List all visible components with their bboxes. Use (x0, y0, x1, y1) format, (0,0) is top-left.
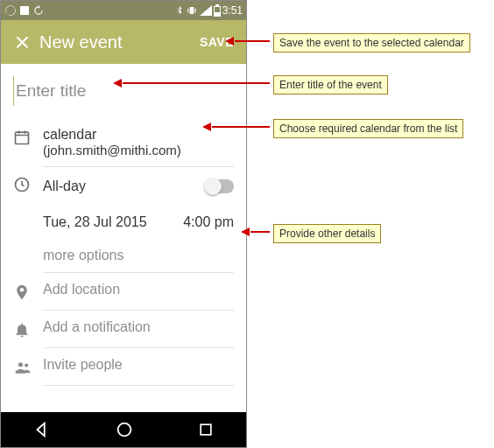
svg-rect-2 (189, 7, 194, 14)
page-title: New event (34, 32, 200, 52)
bell-icon (13, 319, 43, 339)
allday-label: All-day (43, 178, 206, 194)
calendar-account: (john.smith@mithi.com) (43, 143, 234, 158)
allday-toggle[interactable] (206, 179, 234, 193)
calendar-label: calendar (john.smith@mithi.com) (43, 127, 234, 158)
svg-rect-6 (215, 4, 219, 6)
svg-rect-3 (187, 9, 188, 13)
nav-home-button[interactable] (115, 420, 134, 439)
content-area: calendar (john.smith@mithi.com) All-day … (1, 64, 246, 412)
svg-point-10 (18, 362, 23, 367)
more-options[interactable]: more options (1, 239, 246, 272)
annotation-save: Save the event to the selected calendar (273, 33, 470, 52)
invite-row[interactable]: Invite people (1, 348, 246, 385)
status-left (4, 4, 45, 17)
svg-rect-13 (201, 424, 211, 435)
whatsapp-icon (4, 4, 17, 17)
svg-rect-7 (215, 7, 220, 12)
svg-rect-1 (20, 6, 29, 15)
close-button[interactable] (10, 33, 34, 51)
svg-point-12 (118, 424, 131, 437)
battery-icon (214, 4, 221, 17)
time-value[interactable]: 4:00 pm (183, 214, 234, 230)
datetime-row[interactable]: Tue, 28 Jul 2015 4:00 pm (1, 206, 246, 239)
notification-row[interactable]: Add a notification (1, 311, 246, 347)
annotation-arrow (251, 231, 270, 233)
phone-frame: 3:51 New event SAVE calendar (john.smith… (0, 0, 247, 448)
divider (43, 385, 234, 386)
annotation-arrow (123, 82, 270, 84)
title-bar: New event SAVE (1, 20, 246, 64)
annotation-title: Enter title of the event (273, 75, 388, 94)
people-icon (13, 357, 43, 376)
sync-icon (32, 4, 45, 17)
nav-recent-button[interactable] (197, 421, 215, 438)
square-icon (19, 5, 30, 16)
location-row[interactable]: Add location (1, 273, 246, 310)
svg-rect-8 (16, 132, 29, 144)
annotation-details: Provide other details (273, 224, 381, 243)
annotation-arrow (235, 40, 270, 42)
notification-placeholder: Add a notification (43, 319, 234, 335)
date-value[interactable]: Tue, 28 Jul 2015 (43, 214, 147, 230)
clock-icon (13, 176, 43, 197)
title-input[interactable] (13, 76, 234, 106)
annotation-calendar: Choose required calendar from the list (273, 119, 463, 138)
vibrate-icon (186, 4, 198, 17)
location-icon (13, 282, 43, 301)
svg-rect-4 (194, 9, 195, 13)
status-time: 3:51 (222, 4, 243, 17)
android-navbar (1, 412, 246, 447)
bluetooth-icon (175, 4, 184, 17)
calendar-icon (13, 127, 43, 146)
invite-placeholder: Invite people (43, 357, 234, 373)
title-field-wrap (1, 64, 246, 118)
nav-back-button[interactable] (32, 420, 52, 439)
annotation-arrow (212, 126, 270, 128)
signal-icon (200, 5, 212, 16)
location-placeholder: Add location (43, 282, 234, 298)
allday-row: All-day (1, 167, 246, 206)
status-right: 3:51 (175, 4, 243, 17)
status-bar: 3:51 (1, 1, 246, 20)
svg-point-11 (25, 363, 28, 367)
